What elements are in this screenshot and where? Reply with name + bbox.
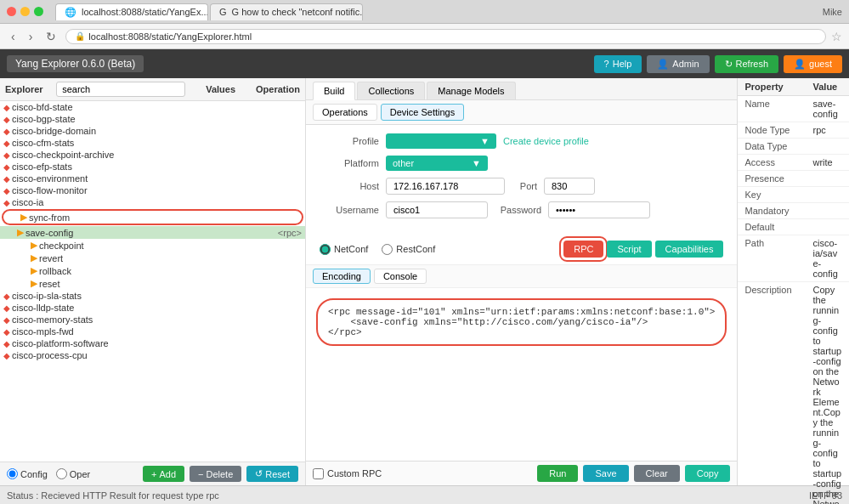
username-row: Username Password (320, 201, 723, 218)
admin-button[interactable]: 👤 Admin (647, 55, 709, 73)
tree-item[interactable]: ◆ cisco-bfd-state (0, 101, 305, 113)
guest-button[interactable]: 👤 guest (784, 55, 842, 73)
add-button[interactable]: + Add (143, 466, 184, 482)
window-controls (7, 7, 43, 16)
tree-item[interactable]: ◆ cisco-process-cpu (0, 349, 305, 361)
tree-list: ◆ cisco-bfd-state ◆ cisco-bgp-state ◆ ci… (0, 101, 305, 462)
sub-tabs-bar: Operations Device Settings (306, 100, 737, 125)
tab-icon2: G (219, 7, 227, 17)
platform-row: Platform other ▼ (320, 156, 723, 171)
module-icon: ◆ (3, 351, 10, 360)
close-dot[interactable] (7, 7, 16, 16)
tree-item[interactable]: ◆ cisco-bridge-domain (0, 125, 305, 137)
run-button[interactable]: Run (537, 465, 578, 482)
url-bar[interactable]: 🔒 localhost:8088/static/YangExplorer.htm… (65, 29, 826, 44)
status-bar: Status : Recieved HTTP Result for reques… (0, 485, 849, 504)
value-col-header: Value (812, 82, 842, 92)
config-radio-label[interactable]: Config (7, 468, 48, 479)
folder-icon: ▶ (31, 240, 37, 251)
port-input[interactable] (544, 178, 595, 195)
subtab-operations[interactable]: Operations (313, 104, 377, 121)
host-row: Host Port (320, 178, 723, 195)
subtab-device-settings[interactable]: Device Settings (381, 104, 464, 121)
tree-item-save-config[interactable]: ▶ save-config <rpc> (0, 226, 305, 239)
create-profile-link[interactable]: Create device profile (503, 136, 589, 146)
module-icon: ◆ (3, 327, 10, 337)
reset-icon: ↺ (255, 468, 263, 479)
tree-item[interactable]: ◆ cisco-mpls-fwd (0, 326, 305, 337)
capabilities-button[interactable]: Capabilities (655, 241, 724, 258)
tab-build[interactable]: Build (313, 82, 355, 100)
oper-radio[interactable] (56, 468, 67, 479)
rpc-button[interactable]: RPC (563, 241, 603, 258)
tab-collections[interactable]: Collections (357, 82, 425, 99)
module-icon: ◆ (3, 115, 10, 124)
help-button[interactable]: ? Help (594, 55, 642, 73)
sidebar-footer: Config Oper + Add − Delete ↺ Rese (0, 462, 305, 485)
browser-user: Mike (823, 7, 842, 17)
tree-item-checkpoint[interactable]: ▶ checkpoint (0, 239, 305, 252)
protocol-row: NetConf RestConf RPC Script Capabilities (306, 234, 737, 265)
rpc-code-block: <rpc message-id="101" xmlns="urn:ietf:pa… (316, 298, 727, 346)
tree-item[interactable]: ◆ cisco-ip-sla-stats (0, 290, 305, 302)
tree-item[interactable]: ◆ cisco-lldp-state (0, 302, 305, 314)
restconf-radio[interactable] (382, 244, 393, 255)
restconf-radio-label[interactable]: RestConf (382, 244, 435, 255)
config-radio[interactable] (7, 468, 18, 479)
refresh-button[interactable]: ↻ Refresh (715, 55, 779, 73)
minimize-dot[interactable] (20, 7, 30, 16)
clear-button[interactable]: Clear (634, 465, 680, 482)
console-tab[interactable]: Console (374, 269, 427, 284)
forward-button[interactable]: › (25, 28, 37, 45)
search-input[interactable] (56, 82, 185, 97)
tree-item[interactable]: ◆ cisco-environment (0, 173, 305, 184)
oper-radio-label[interactable]: Oper (56, 468, 90, 479)
netconf-radio[interactable] (320, 244, 331, 255)
save-button[interactable]: Save (583, 465, 628, 482)
prop-row-datatype: Data Type (738, 139, 849, 155)
prop-row-nodetype: Node Type rpc (738, 122, 849, 139)
operation-label: Operation (256, 82, 300, 97)
reload-button[interactable]: ↻ (42, 28, 60, 45)
reset-button[interactable]: ↺ Reset (246, 466, 298, 482)
tree-item-rollback[interactable]: ▶ rollback (0, 264, 305, 277)
maximize-dot[interactable] (34, 7, 43, 16)
tree-item-sync-from[interactable]: ▶ sync-from (2, 209, 303, 225)
footer-buttons: + Add − Delete ↺ Reset (143, 466, 298, 482)
tree-item[interactable]: ◆ cisco-bgp-state (0, 113, 305, 125)
tree-item[interactable]: ◆ cisco-platform-software (0, 337, 305, 349)
tree-item[interactable]: ◆ cisco-flow-monitor (0, 184, 305, 196)
encoding-tab[interactable]: Encoding (313, 269, 371, 284)
copy-button[interactable]: Copy (685, 465, 731, 482)
module-icon: ◆ (3, 186, 10, 195)
delete-button[interactable]: − Delete (190, 466, 241, 482)
custom-rpc-label[interactable]: Custom RPC (313, 468, 382, 479)
host-input[interactable] (386, 178, 505, 195)
custom-rpc-checkbox[interactable] (313, 468, 324, 479)
tree-item-cisco-ia[interactable]: ◆ cisco-ia (0, 196, 305, 208)
password-input[interactable] (548, 201, 650, 218)
tab-google[interactable]: G G how to check "netconf notific... ✕ (210, 3, 363, 20)
back-button[interactable]: ‹ (7, 28, 20, 45)
main-layout: Explorer Values Operation ◆ cisco-bfd-st… (0, 78, 849, 485)
tab-yangexplorer[interactable]: 🌐 localhost:8088/static/YangEx... ✕ (55, 3, 208, 20)
tree-item-revert[interactable]: ▶ revert (0, 252, 305, 264)
tab-manage-models[interactable]: Manage Models (427, 82, 515, 99)
device-settings-form: Profile ▼ Create device profile Platform… (306, 125, 737, 234)
property-col-header: Property (744, 82, 812, 92)
status-right: IETF 93 (809, 490, 842, 501)
script-button[interactable]: Script (607, 241, 651, 258)
tree-item-reset[interactable]: ▶ reset (0, 277, 305, 290)
username-input[interactable] (386, 201, 488, 218)
profile-select[interactable]: ▼ (386, 133, 496, 149)
module-icon: ◆ (3, 103, 10, 112)
platform-select[interactable]: other ▼ (386, 156, 488, 171)
tree-item[interactable]: ◆ cisco-cfm-stats (0, 137, 305, 149)
tree-item[interactable]: ◆ cisco-efp-stats (0, 161, 305, 173)
tree-item[interactable]: ◆ cisco-memory-stats (0, 314, 305, 326)
bookmark-icon[interactable]: ☆ (831, 30, 842, 43)
code-content: <rpc message-id="101" xmlns="urn:ietf:pa… (328, 307, 715, 337)
tree-item[interactable]: ◆ cisco-checkpoint-archive (0, 149, 305, 161)
netconf-radio-label[interactable]: NetConf (320, 244, 368, 255)
code-area: <rpc message-id="101" xmlns="urn:ietf:pa… (306, 288, 737, 461)
